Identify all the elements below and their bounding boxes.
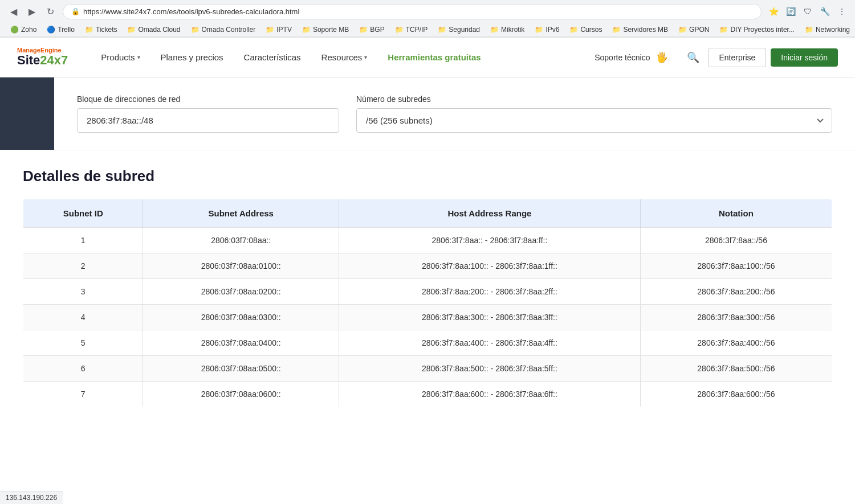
table-row: 3 2806:03f7:08aa:0200:: 2806:3f7:8aa:200… bbox=[23, 279, 832, 305]
ext-btn-5[interactable]: ⋮ bbox=[834, 4, 849, 19]
network-block-group: Bloque de direcciones de red bbox=[77, 95, 339, 133]
subnet-count-label: Número de subredes bbox=[356, 95, 832, 104]
omada-cloud-folder-icon: 📁 bbox=[127, 26, 136, 34]
bookmark-tcpip[interactable]: 📁 TCP/IP bbox=[390, 24, 433, 35]
cell-id: 1 bbox=[23, 228, 143, 253]
logo-site-number: 24x7 bbox=[40, 53, 68, 67]
reload-button[interactable]: ↻ bbox=[42, 3, 58, 19]
bookmark-omada-cloud[interactable]: 📁 Omada Cloud bbox=[123, 24, 185, 35]
table-row: 7 2806:03f7:08aa:0600:: 2806:3f7:8aa:600… bbox=[23, 382, 832, 407]
tool-section: Bloque de direcciones de red Número de s… bbox=[0, 77, 855, 150]
cell-address: 2806:03f7:08aa:0400:: bbox=[143, 330, 339, 356]
bookmark-networking[interactable]: 📁 Networking bbox=[800, 24, 854, 35]
browser-chrome: ◀ ▶ ↻ 🔒 https://www.site24x7.com/es/tool… bbox=[0, 0, 855, 38]
nav-herramientas[interactable]: Herramientas gratuitas bbox=[377, 38, 491, 77]
cell-notation: 2806:3f7:8aa:200::/56 bbox=[640, 279, 832, 305]
ipv6-folder-icon: 📁 bbox=[535, 26, 543, 34]
cell-id: 6 bbox=[23, 356, 143, 382]
page-content: Bloque de direcciones de red Número de s… bbox=[0, 77, 855, 424]
bookmark-servidores[interactable]: 📁 Servidores MB bbox=[608, 24, 673, 35]
table-row: 2 2806:03f7:08aa:0100:: 2806:3f7:8aa:100… bbox=[23, 253, 832, 279]
bookmark-ipv6[interactable]: 📁 IPv6 bbox=[530, 24, 564, 35]
subnet-count-select[interactable]: /56 (256 subnets) bbox=[356, 108, 832, 133]
cell-id: 3 bbox=[23, 279, 143, 305]
ext-btn-4[interactable]: 🔧 bbox=[817, 4, 832, 19]
table-row: 4 2806:03f7:08aa:0300:: 2806:3f7:8aa:300… bbox=[23, 305, 832, 330]
cell-id: 5 bbox=[23, 330, 143, 356]
bookmark-bgp[interactable]: 📁 BGP bbox=[355, 24, 389, 35]
cell-range: 2806:3f7:8aa:500:: - 2806:3f7:8aa:5ff:: bbox=[339, 356, 640, 382]
cell-address: 2806:03f7:08aa:: bbox=[143, 228, 339, 253]
bookmark-diy[interactable]: 📁 DIY Proyectos inter... bbox=[715, 24, 799, 35]
diy-folder-icon: 📁 bbox=[719, 26, 728, 34]
resources-chevron-icon: ▾ bbox=[364, 54, 367, 60]
logo-site: Site24x7 bbox=[17, 54, 68, 67]
ext-btn-3[interactable]: 🛡 bbox=[800, 4, 815, 19]
cell-notation: 2806:3f7:8aa:400::/56 bbox=[640, 330, 832, 356]
back-button[interactable]: ◀ bbox=[6, 3, 22, 19]
cell-range: 2806:3f7:8aa:200:: - 2806:3f7:8aa:2ff:: bbox=[339, 279, 640, 305]
browser-extensions: ⭐ 🔄 🛡 🔧 ⋮ bbox=[766, 4, 849, 19]
network-input[interactable] bbox=[77, 108, 339, 133]
address-bar[interactable]: 🔒 https://www.site24x7.com/es/tools/ipv6… bbox=[63, 4, 762, 19]
trello-icon: 🔵 bbox=[47, 26, 55, 34]
bookmarks-bar: 🟢 Zoho 🔵 Trello 📁 Tickets 📁 Omada Cloud … bbox=[0, 23, 855, 37]
ext-btn-2[interactable]: 🔄 bbox=[783, 4, 798, 19]
cell-id: 4 bbox=[23, 305, 143, 330]
cell-range: 2806:3f7:8aa:: - 2806:3f7:8aa:ff:: bbox=[339, 228, 640, 253]
nav-soporte[interactable]: Soporte técnico 🖐 bbox=[584, 38, 678, 77]
tickets-folder-icon: 📁 bbox=[85, 26, 93, 34]
cell-notation: 2806:3f7:8aa:100::/56 bbox=[640, 253, 832, 279]
nav-caracteristicas[interactable]: Características bbox=[234, 38, 311, 77]
search-button[interactable]: 🔍 bbox=[683, 47, 703, 68]
table-body: 1 2806:03f7:08aa:: 2806:3f7:8aa:: - 2806… bbox=[23, 228, 832, 407]
cell-address: 2806:03f7:08aa:0500:: bbox=[143, 356, 339, 382]
cell-range: 2806:3f7:8aa:300:: - 2806:3f7:8aa:3ff:: bbox=[339, 305, 640, 330]
enterprise-button[interactable]: Enterprise bbox=[708, 48, 766, 67]
forward-button[interactable]: ▶ bbox=[24, 3, 40, 19]
cell-range: 2806:3f7:8aa:400:: - 2806:3f7:8aa:4ff:: bbox=[339, 330, 640, 356]
cell-id: 2 bbox=[23, 253, 143, 279]
bookmark-cursos[interactable]: 📁 Cursos bbox=[565, 24, 606, 35]
bookmark-omada-controller[interactable]: 📁 Omada Controller bbox=[186, 24, 260, 35]
seguridad-folder-icon: 📁 bbox=[438, 26, 446, 34]
col-subnet-id: Subnet ID bbox=[23, 199, 143, 228]
bookmark-soporte-mb[interactable]: 📁 Soporte MB bbox=[298, 24, 353, 35]
bookmark-trello[interactable]: 🔵 Trello bbox=[42, 24, 79, 35]
bookmark-iptv[interactable]: 📁 IPTV bbox=[261, 24, 296, 35]
nav-planes[interactable]: Planes y precios bbox=[150, 38, 234, 77]
table-row: 6 2806:03f7:08aa:0500:: 2806:3f7:8aa:500… bbox=[23, 356, 832, 382]
section-title: Detalles de subred bbox=[23, 167, 832, 185]
networking-folder-icon: 📁 bbox=[805, 26, 813, 34]
bookmark-tickets[interactable]: 📁 Tickets bbox=[80, 24, 122, 35]
col-host-range: Host Address Range bbox=[339, 199, 640, 228]
subnet-section: Detalles de subred Subnet ID Subnet Addr… bbox=[0, 150, 855, 424]
nav-resources[interactable]: Resources ▾ bbox=[311, 38, 378, 77]
bookmark-seguridad[interactable]: 📁 Seguridad bbox=[433, 24, 484, 35]
cell-address: 2806:03f7:08aa:0300:: bbox=[143, 305, 339, 330]
cursos-folder-icon: 📁 bbox=[569, 26, 578, 34]
signin-button[interactable]: Iniciar sesión bbox=[771, 48, 838, 67]
subnet-table: Subnet ID Subnet Address Host Address Ra… bbox=[23, 199, 832, 407]
cell-address: 2806:03f7:08aa:0200:: bbox=[143, 279, 339, 305]
cell-notation: 2806:3f7:8aa:600::/56 bbox=[640, 382, 832, 407]
cell-notation: 2806:3f7:8aa::/56 bbox=[640, 228, 832, 253]
logo-area[interactable]: ManageEngine Site24x7 bbox=[17, 47, 68, 67]
gpon-folder-icon: 📁 bbox=[678, 26, 687, 34]
ext-btn-1[interactable]: ⭐ bbox=[766, 4, 781, 19]
col-subnet-address: Subnet Address bbox=[143, 199, 339, 228]
cell-range: 2806:3f7:8aa:100:: - 2806:3f7:8aa:1ff:: bbox=[339, 253, 640, 279]
cursor-hand-icon: 🖐 bbox=[656, 51, 668, 64]
products-chevron-icon: ▾ bbox=[137, 54, 140, 60]
bookmark-gpon[interactable]: 📁 GPON bbox=[674, 24, 714, 35]
iptv-folder-icon: 📁 bbox=[266, 26, 274, 34]
nav-products[interactable]: Products ▾ bbox=[91, 38, 150, 77]
cell-notation: 2806:3f7:8aa:300::/56 bbox=[640, 305, 832, 330]
bookmark-zoho[interactable]: 🟢 Zoho bbox=[6, 24, 41, 35]
bookmark-mikrotik[interactable]: 📁 Mikrotik bbox=[486, 24, 529, 35]
soporte-mb-folder-icon: 📁 bbox=[302, 26, 311, 34]
nav-actions: Soporte técnico 🖐 🔍 Enterprise Iniciar s… bbox=[584, 38, 838, 77]
table-row: 1 2806:03f7:08aa:: 2806:3f7:8aa:: - 2806… bbox=[23, 228, 832, 253]
table-header: Subnet ID Subnet Address Host Address Ra… bbox=[23, 199, 832, 228]
zoho-icon: 🟢 bbox=[10, 26, 19, 34]
